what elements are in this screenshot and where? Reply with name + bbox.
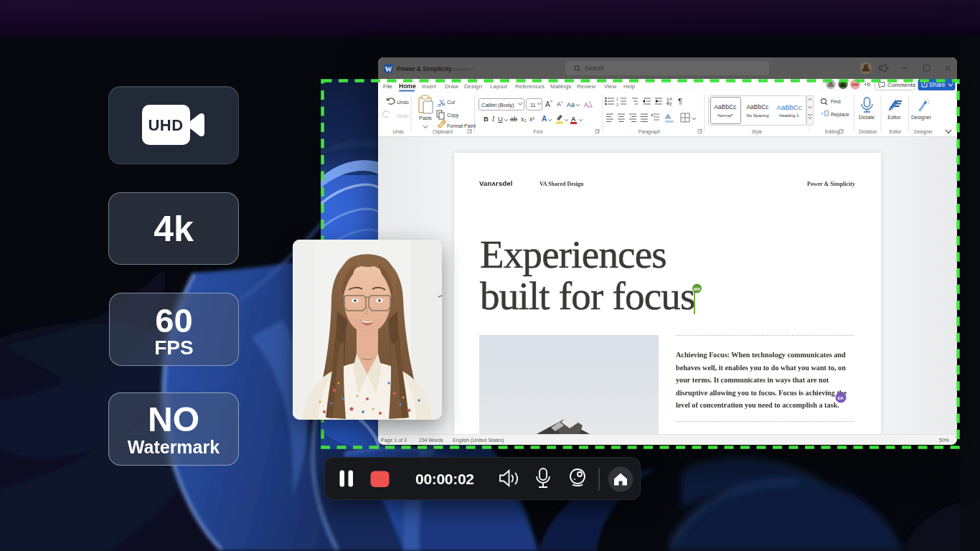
svg-text:UHD: UHD [148,116,183,134]
svg-text:00:00:02: 00:00:02 [415,471,474,487]
